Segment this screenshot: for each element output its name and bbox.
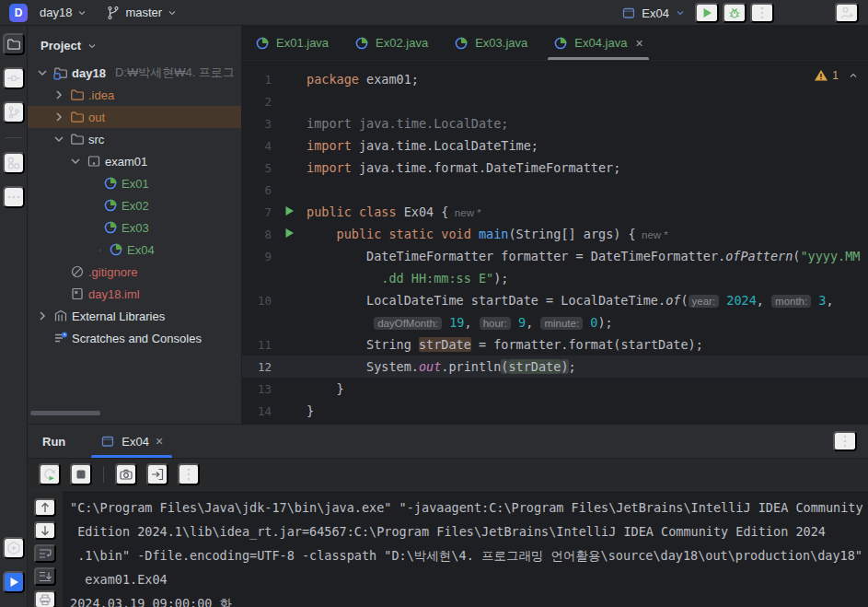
expand-toggle[interactable]	[52, 132, 66, 146]
tree-item-day18[interactable]: day18D:₩박세현₩4. 프로그	[28, 62, 241, 84]
tree-item-ex04[interactable]: Ex04	[28, 239, 241, 261]
editor-tab-ex01-java[interactable]: Ex01.java	[242, 26, 341, 60]
tree-item-src[interactable]: src	[28, 128, 241, 150]
project-logo[interactable]: D	[9, 4, 28, 22]
module-icon	[70, 286, 85, 301]
run-tool-button[interactable]	[3, 571, 25, 593]
prev-occurrence-button[interactable]	[34, 498, 56, 517]
chevron-down-icon	[675, 7, 686, 18]
tree-item--gitignore[interactable]: .gitignore	[28, 261, 241, 283]
tree-selection	[99, 250, 101, 251]
stop-button[interactable]	[70, 463, 92, 485]
code-line-5[interactable]: 5import java.time.format.DateTimeFormatt…	[242, 157, 868, 179]
tree-item-out[interactable]: out	[28, 106, 241, 128]
print-button[interactable]	[34, 590, 56, 607]
run-line-button[interactable]	[282, 226, 296, 243]
code-line-4[interactable]: 4import java.time.LocalDateTime;	[242, 134, 868, 157]
debug-button[interactable]	[723, 3, 746, 23]
tree-item-exam01[interactable]: exam01	[28, 150, 241, 172]
code-line-10-wrap[interactable]: dayOfMonth: 19, hour: 9, minute: 0);	[242, 311, 868, 333]
more-options-button[interactable]	[178, 463, 200, 485]
code-line-14[interactable]: 14}	[242, 400, 868, 422]
horizontal-scrollbar[interactable]	[30, 411, 100, 415]
tree-item-ex03[interactable]: Ex03	[28, 216, 241, 239]
screenshot-button[interactable]	[115, 463, 137, 485]
version-control-tool-button[interactable]	[3, 101, 25, 123]
code-line-9[interactable]: 9 DateTimeFormatter formatter = DateTime…	[242, 245, 868, 267]
structure-tool-button[interactable]	[3, 152, 25, 174]
line-number: 13	[242, 382, 272, 396]
soft-wrap-icon	[38, 546, 52, 561]
inspection-widget[interactable]: 1	[814, 68, 859, 83]
code-line-6[interactable]: 6	[242, 179, 868, 201]
branch-widget[interactable]: master	[99, 3, 184, 23]
run-button[interactable]	[695, 3, 719, 23]
run-panel-options-button[interactable]	[833, 431, 857, 451]
code-with-me-button[interactable]	[835, 3, 859, 23]
commit-tool-button[interactable]	[3, 67, 25, 89]
soft-wrap-button[interactable]	[34, 544, 56, 563]
tree-item-scratches-and-consoles[interactable]: Scratches and Consoles	[28, 327, 241, 349]
code-line-11[interactable]: 11 String strDate = formatter.format(sta…	[242, 333, 868, 356]
code-line-9-wrap[interactable]: .dd HH:mm:ss E");	[242, 267, 868, 289]
library-icon	[53, 309, 68, 323]
detach-icon	[150, 467, 165, 482]
code-line-1[interactable]: 1package exam01;	[242, 68, 868, 90]
tool-window-stripe	[0, 26, 28, 607]
project-tool-button[interactable]	[3, 33, 25, 55]
line-number: 5	[242, 161, 272, 175]
code-line-2[interactable]: 2	[242, 90, 868, 112]
editor-area: Ex01.javaEx02.javaEx03.javaEx04.java× 1 …	[242, 26, 868, 424]
close-icon[interactable]: ×	[156, 434, 163, 449]
package-icon	[87, 154, 101, 169]
tree-item-day18-iml[interactable]: day18.iml	[28, 283, 241, 305]
code-text: import java.time.LocalDateTime;	[307, 138, 538, 153]
next-occurrence-button[interactable]	[34, 521, 56, 540]
tree-item-label: day18	[72, 66, 106, 80]
more-actions-button[interactable]	[750, 3, 774, 23]
code-line-12[interactable]: 12 System.out.println(strDate);	[242, 356, 868, 378]
tree-item-external-libraries[interactable]: External Libraries	[28, 305, 241, 327]
run-tab[interactable]: Ex04 ×	[91, 425, 172, 458]
code-text: import java.time.format.DateTimeFormatte…	[307, 160, 620, 175]
project-tree: day18D:₩박세현₩4. 프로그.ideaoutsrcexam01Ex01E…	[28, 62, 241, 349]
services-tool-button[interactable]	[3, 537, 25, 559]
code-line-7[interactable]: 7public class Ex04 { new *	[242, 201, 868, 223]
chevron-right-icon	[52, 110, 66, 124]
expand-toggle[interactable]	[52, 110, 66, 124]
class-icon	[103, 220, 118, 235]
class-icon	[109, 242, 123, 257]
run-config-selector[interactable]: Ex04	[616, 4, 691, 22]
close-icon[interactable]: ×	[635, 36, 642, 51]
code-line-8[interactable]: 8 public static void main(String[] args)…	[242, 223, 868, 245]
console-output[interactable]: "C:\Program Files\Java\jdk-17\bin\java.e…	[63, 491, 868, 607]
more-tool-windows-button[interactable]	[3, 186, 25, 208]
expand-toggle[interactable]	[35, 309, 50, 323]
expand-toggle[interactable]	[52, 88, 66, 102]
tree-item-ex01[interactable]: Ex01	[28, 172, 241, 194]
code-text: dayOfMonth: 19, hour: 9, minute: 0);	[307, 315, 613, 330]
editor-tab-ex03-java[interactable]: Ex03.java	[441, 26, 540, 60]
project-panel-header[interactable]: Project	[28, 26, 241, 58]
user-plus-icon	[839, 6, 854, 20]
detach-button[interactable]	[146, 463, 168, 485]
expand-toggle[interactable]	[35, 65, 50, 80]
code-text: LocalDateTime startDate = LocalDateTime.…	[307, 293, 834, 308]
console-line: 2024.03.19 09:00:00 화	[70, 591, 868, 607]
chevron-right-icon	[52, 88, 66, 102]
code-line-10[interactable]: 10 LocalDateTime startDate = LocalDateTi…	[242, 289, 868, 311]
expand-toggle[interactable]	[68, 154, 83, 169]
tree-item-ex02[interactable]: Ex02	[28, 194, 241, 216]
code-editor[interactable]: 1package exam01;23import java.time.Local…	[242, 61, 868, 424]
scroll-to-end-button[interactable]	[34, 567, 56, 586]
project-widget[interactable]: day18	[33, 3, 94, 22]
tree-item-label: day18.iml	[88, 287, 140, 301]
line-number: 9	[242, 250, 272, 263]
tree-item--idea[interactable]: .idea	[28, 84, 241, 106]
run-line-button[interactable]	[282, 204, 296, 221]
editor-tab-ex02-java[interactable]: Ex02.java	[341, 26, 441, 60]
rerun-button[interactable]	[39, 463, 61, 485]
editor-tab-ex04-java[interactable]: Ex04.java×	[540, 26, 655, 60]
code-line-13[interactable]: 13 }	[242, 378, 868, 400]
code-line-3[interactable]: 3import java.time.LocalDate;	[242, 112, 868, 134]
